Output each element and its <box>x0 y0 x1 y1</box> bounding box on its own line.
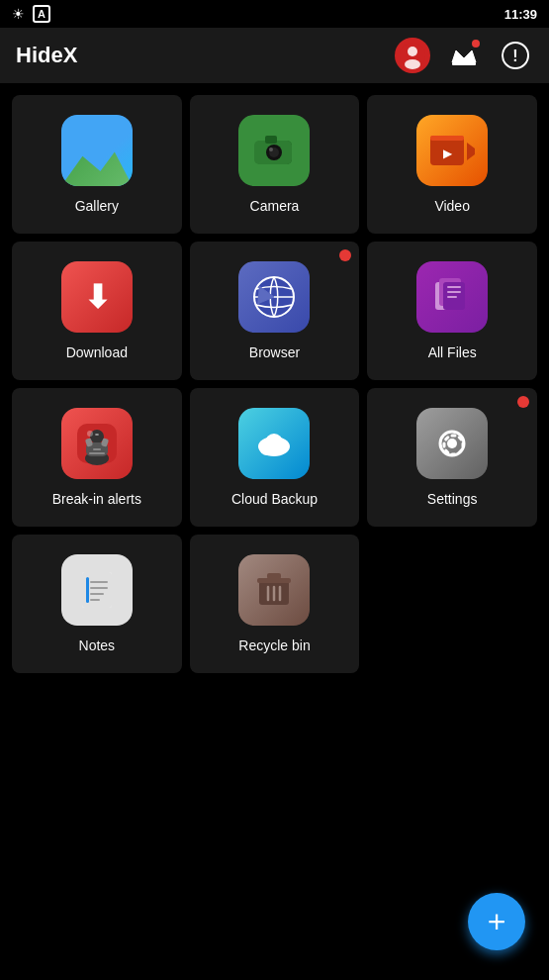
svg-point-1 <box>408 47 417 56</box>
svg-point-12 <box>269 147 273 151</box>
svg-rect-44 <box>462 442 465 448</box>
icon-break-in <box>61 408 133 479</box>
svg-rect-36 <box>93 448 101 450</box>
fab-icon: + <box>488 904 506 940</box>
icon-camera <box>238 115 310 186</box>
grid-item-camera[interactable]: Camera <box>190 95 360 234</box>
label-notes: Notes <box>79 637 116 653</box>
svg-rect-61 <box>267 573 281 579</box>
svg-rect-26 <box>447 291 461 293</box>
grid-item-recycle-bin[interactable]: Recycle bin <box>190 535 360 673</box>
avatar-svg <box>399 42 426 69</box>
svg-rect-56 <box>90 587 108 589</box>
sun-icon: ☀ <box>12 6 25 22</box>
grid-item-download[interactable]: ⬇ Download <box>12 242 182 380</box>
icon-gallery <box>61 115 133 186</box>
fab-button[interactable]: + <box>468 893 525 950</box>
svg-point-43 <box>447 439 457 448</box>
svg-text:!: ! <box>512 48 517 64</box>
top-bar-icons: ! <box>395 38 533 73</box>
crown-icon[interactable] <box>446 38 482 73</box>
app-title: HideX <box>16 43 77 68</box>
svg-rect-15 <box>430 136 464 141</box>
svg-rect-27 <box>447 296 457 298</box>
label-camera: Camera <box>250 198 300 214</box>
label-break-in: Break-in alerts <box>52 491 141 507</box>
status-bar: ☀ A 11:39 <box>0 0 549 28</box>
icon-video: ▶ <box>416 115 488 186</box>
svg-point-34 <box>87 431 93 437</box>
a-icon: A <box>33 5 50 23</box>
grid-item-all-files[interactable]: All Files <box>367 242 537 380</box>
status-time: 11:39 <box>504 7 537 22</box>
svg-rect-54 <box>86 577 89 603</box>
icon-cloud-backup <box>238 408 310 479</box>
svg-rect-4 <box>452 62 476 65</box>
icon-notes <box>61 554 133 626</box>
status-bar-left: ☀ A <box>12 5 50 23</box>
icon-browser <box>238 261 310 333</box>
svg-point-41 <box>265 434 283 451</box>
svg-rect-37 <box>89 452 105 454</box>
grid-item-break-in[interactable]: Break-in alerts <box>12 388 182 527</box>
svg-rect-25 <box>447 286 461 288</box>
svg-rect-58 <box>90 599 100 601</box>
svg-rect-55 <box>90 581 108 583</box>
grid-item-gallery[interactable]: Gallery <box>12 95 182 234</box>
label-download: Download <box>66 344 128 360</box>
icon-recycle-bin <box>238 554 310 626</box>
svg-text:⬇: ⬇ <box>83 279 110 315</box>
icon-settings <box>416 408 488 479</box>
icon-all-files <box>416 261 488 333</box>
crown-badge <box>472 40 480 48</box>
icon-download: ⬇ <box>61 261 133 333</box>
svg-point-2 <box>405 59 420 69</box>
svg-rect-48 <box>443 442 446 448</box>
top-bar: HideX ! <box>0 28 549 83</box>
alert-icon[interactable]: ! <box>498 38 533 73</box>
label-all-files: All Files <box>428 344 477 360</box>
svg-point-35 <box>95 434 99 436</box>
notification-dot-settings <box>517 396 529 408</box>
svg-rect-9 <box>265 136 277 144</box>
grid-item-cloud-backup[interactable]: Cloud Backup <box>190 388 360 527</box>
label-gallery: Gallery <box>75 198 119 214</box>
label-cloud-backup: Cloud Backup <box>231 491 318 507</box>
svg-marker-14 <box>467 143 475 160</box>
svg-rect-57 <box>90 593 104 595</box>
label-browser: Browser <box>249 344 300 360</box>
avatar-icon[interactable] <box>395 38 430 73</box>
label-video: Video <box>434 198 470 214</box>
svg-marker-3 <box>452 50 476 62</box>
grid-item-notes[interactable]: Notes <box>12 535 182 673</box>
label-settings: Settings <box>427 491 478 507</box>
svg-rect-50 <box>451 435 457 438</box>
alert-svg: ! <box>501 41 530 70</box>
label-recycle-bin: Recycle bin <box>238 637 310 653</box>
grid-item-settings[interactable]: Settings <box>367 388 537 527</box>
app-grid: Gallery Camera ▶ Video ⬇ <box>0 83 549 685</box>
svg-text:▶: ▶ <box>443 147 453 160</box>
grid-item-video[interactable]: ▶ Video <box>367 95 537 234</box>
grid-item-browser[interactable]: Browser <box>190 242 360 380</box>
svg-rect-46 <box>451 453 457 456</box>
notification-dot-browser <box>339 249 351 261</box>
